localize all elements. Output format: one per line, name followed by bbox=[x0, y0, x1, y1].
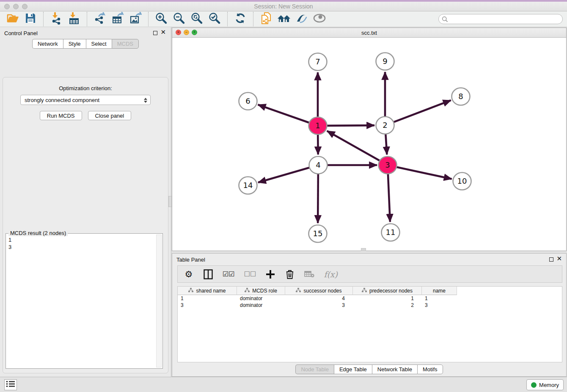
table-settings-gear-icon[interactable]: ⚙ bbox=[184, 268, 194, 280]
float-panel-icon[interactable] bbox=[153, 31, 157, 35]
node-2[interactable]: 2 bbox=[376, 117, 394, 134]
export-table-button[interactable] bbox=[109, 12, 127, 26]
tab-motifs[interactable]: Motifs bbox=[417, 364, 443, 374]
refresh-button[interactable] bbox=[231, 12, 249, 26]
tab-edge-table[interactable]: Edge Table bbox=[334, 364, 372, 374]
network-file-button[interactable] bbox=[257, 12, 275, 26]
open-folder-icon bbox=[6, 12, 19, 26]
table-close-icon[interactable]: ✕ bbox=[556, 256, 562, 262]
close-panel-icon[interactable]: ✕ bbox=[160, 29, 166, 36]
zoom-selected-button[interactable] bbox=[206, 12, 223, 26]
node-9[interactable]: 9 bbox=[376, 53, 394, 70]
criterion-dropdown[interactable]: strongly connected component bbox=[20, 95, 151, 105]
edge-1-6[interactable] bbox=[258, 105, 310, 123]
hierarchy-icon bbox=[188, 288, 193, 294]
add-column-icon[interactable] bbox=[265, 268, 275, 280]
svg-text:9: 9 bbox=[383, 57, 387, 66]
hide-labels-button[interactable] bbox=[293, 12, 311, 26]
network-window-title: scc.txt bbox=[172, 30, 566, 36]
column-header-shared-name[interactable]: shared name bbox=[178, 287, 237, 295]
column-header-MCDS-role[interactable]: MCDS role bbox=[237, 287, 285, 295]
edge-2-3[interactable] bbox=[385, 134, 387, 155]
save-session-button[interactable] bbox=[22, 12, 39, 26]
deselect-all-columns-icon[interactable]: ☐☐ bbox=[244, 268, 256, 280]
column-header-predecessor-nodes[interactable]: predecessor nodes bbox=[353, 287, 422, 295]
tab-mcds[interactable]: MCDS bbox=[112, 39, 139, 49]
table-cell: 1 bbox=[353, 295, 422, 302]
import-table-button[interactable] bbox=[65, 12, 83, 26]
node-table[interactable]: shared nameMCDS rolesuccessor nodesprede… bbox=[177, 286, 562, 362]
delete-column-icon[interactable] bbox=[285, 268, 295, 280]
export-image-icon bbox=[129, 12, 142, 26]
edge-4-15[interactable] bbox=[318, 174, 318, 223]
node-8[interactable]: 8 bbox=[452, 88, 470, 105]
show-graphics-button[interactable] bbox=[311, 12, 328, 26]
export-network-button[interactable] bbox=[91, 12, 109, 26]
table-panel-title: Table Panel bbox=[176, 257, 205, 263]
table-row[interactable]: 3dominator323 bbox=[178, 302, 562, 309]
node-14[interactable]: 14 bbox=[239, 177, 257, 194]
main-toolbar bbox=[0, 11, 567, 27]
edge-4-14[interactable] bbox=[258, 168, 310, 182]
import-network-button[interactable] bbox=[47, 12, 65, 26]
edge-1-4[interactable] bbox=[318, 135, 318, 155]
table-cell: dominator bbox=[237, 295, 285, 302]
edge-1-2[interactable] bbox=[327, 125, 374, 126]
vertical-splitter-handle[interactable] bbox=[168, 196, 172, 207]
mcds-result-scrollbar[interactable] bbox=[156, 235, 162, 367]
select-all-columns-icon[interactable]: ☑☑ bbox=[223, 268, 235, 280]
export-image-button[interactable] bbox=[127, 12, 144, 26]
table-cell: 1 bbox=[422, 295, 457, 302]
svg-text:2: 2 bbox=[383, 121, 387, 130]
zoom-in-button[interactable] bbox=[152, 12, 170, 26]
search-input[interactable] bbox=[438, 14, 563, 24]
zoom-out-button[interactable] bbox=[170, 12, 188, 26]
home-icon bbox=[277, 12, 291, 26]
hierarchy-icon bbox=[362, 288, 367, 294]
memory-button[interactable]: Memory bbox=[526, 379, 564, 390]
node-1[interactable]: 1 bbox=[309, 117, 327, 135]
network-canvas[interactable]: 1234678910111415 bbox=[172, 38, 566, 251]
open-session-button[interactable] bbox=[4, 12, 22, 26]
table-cell: 3 bbox=[178, 302, 237, 309]
edge-3-1[interactable] bbox=[327, 131, 380, 160]
criterion-value: strongly connected component bbox=[25, 97, 99, 103]
node-4[interactable]: 4 bbox=[309, 157, 328, 174]
show-graphics-icon bbox=[313, 13, 326, 25]
fit-content-button[interactable] bbox=[188, 12, 206, 26]
close-panel-button[interactable]: Close panel bbox=[88, 111, 132, 120]
edge-3-10[interactable] bbox=[396, 167, 452, 179]
hierarchy-icon bbox=[296, 288, 301, 294]
svg-text:3: 3 bbox=[385, 160, 390, 169]
tab-node-table[interactable]: Node Table bbox=[295, 364, 334, 374]
task-history-button[interactable] bbox=[4, 379, 17, 390]
memory-status-icon bbox=[531, 382, 537, 388]
network-window-titlebar[interactable]: × − + scc.txt bbox=[172, 28, 566, 38]
hierarchy-icon bbox=[245, 288, 250, 294]
table-panel: Table Panel ✕ ⚙ ☑☑ ☐☐ f(x) shared nameMC… bbox=[172, 253, 567, 377]
node-table-header: shared nameMCDS rolesuccessor nodesprede… bbox=[178, 287, 562, 295]
node-7[interactable]: 7 bbox=[309, 53, 327, 71]
horizontal-splitter-handle[interactable] bbox=[361, 248, 366, 251]
edge-2-8[interactable] bbox=[394, 100, 451, 122]
node-10[interactable]: 10 bbox=[453, 173, 471, 190]
column-header-successor-nodes[interactable]: successor nodes bbox=[285, 287, 353, 295]
home-button[interactable] bbox=[275, 12, 293, 26]
table-float-icon[interactable] bbox=[549, 257, 553, 262]
node-11[interactable]: 11 bbox=[382, 224, 400, 241]
node-6[interactable]: 6 bbox=[239, 93, 257, 110]
tab-style[interactable]: Style bbox=[63, 39, 86, 49]
tab-network-table[interactable]: Network Table bbox=[372, 364, 417, 374]
node-15[interactable]: 15 bbox=[309, 225, 327, 243]
tab-network[interactable]: Network bbox=[32, 39, 63, 49]
edge-3-11[interactable] bbox=[388, 174, 390, 222]
tab-select[interactable]: Select bbox=[86, 39, 112, 49]
column-layout-icon[interactable] bbox=[203, 268, 213, 280]
run-mcds-button[interactable]: Run MCDS bbox=[40, 111, 82, 120]
network-graph[interactable]: 1234678910111415 bbox=[172, 38, 566, 251]
column-header-name[interactable]: name bbox=[422, 287, 457, 295]
node-3[interactable]: 3 bbox=[379, 157, 397, 174]
table-toolbar: ⚙ ☑☑ ☐☐ f(x) bbox=[177, 265, 562, 283]
mcds-result-lines: 1 3 bbox=[8, 236, 153, 367]
table-row[interactable]: 1dominator411 bbox=[178, 295, 562, 302]
